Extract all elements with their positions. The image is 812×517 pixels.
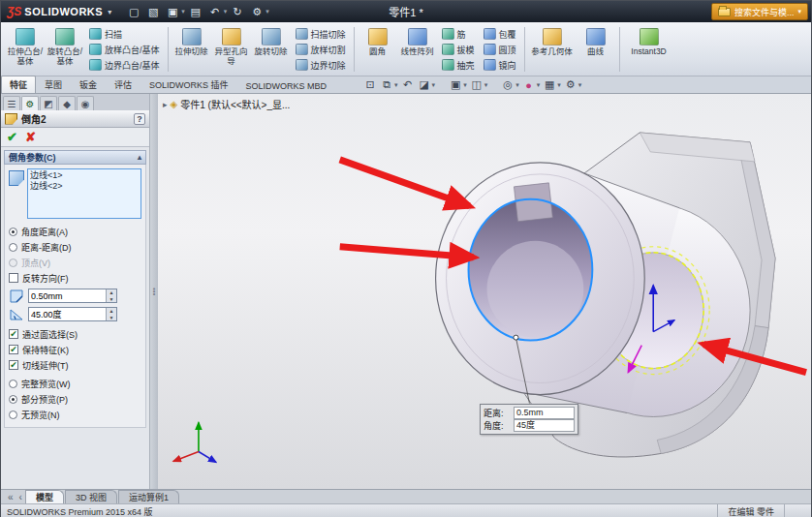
dimxpert-manager-tab-icon[interactable]: ◆ [58,96,76,110]
part-front-face[interactable] [436,163,645,395]
tab-3d-views[interactable]: 3D 视图 [65,490,117,503]
linear-pattern-button[interactable]: 线性阵列 [398,24,437,75]
select-through-faces-checkbox[interactable]: ✔ [9,329,18,339]
angle-spinner[interactable]: ▲ ▼ [106,308,116,320]
full-preview-radio-row[interactable]: 完整预览(W) [9,377,141,390]
no-preview-radio[interactable] [9,411,17,419]
callout-distance-value[interactable]: 0.5mm [514,407,575,419]
shell-button[interactable]: 抽壳 [438,58,479,73]
undo-button[interactable]: ↶ [206,4,224,20]
revolve-boss-button[interactable]: 旋转凸台/基体 [46,24,84,75]
tab-motion-study[interactable]: 运动算例1 [118,490,179,503]
tangent-propagation-checkbox[interactable]: ✔ [9,360,18,370]
distance-spinner[interactable]: ▲ ▼ [106,289,116,302]
view-orientation-dropdown-icon[interactable]: ▾ [463,81,467,89]
flip-direction-checkbox[interactable] [9,273,18,283]
keep-features-checkbox[interactable]: ✔ [9,345,18,354]
collapse-chevron-icon[interactable]: ▴ [138,153,141,162]
swept-boss-button[interactable]: 扫描 [85,27,164,42]
edge-selection-listbox[interactable]: 边线<1> 边线<2> [27,168,141,219]
new-document-button[interactable]: ▢ [125,4,142,20]
reference-geometry-button[interactable]: 参考几何体 [529,24,576,75]
open-button[interactable]: ▧ [144,4,162,20]
part-tree-label[interactable]: 零件1 (默认<<默认>_显... [180,97,290,111]
apply-scene-icon[interactable]: ▦ [542,77,557,92]
tab-nav-prev-icon[interactable]: ‹ [16,492,25,502]
tab-model[interactable]: 模型 [25,490,64,503]
distance-distance-radio[interactable] [9,243,17,252]
tab-solidworks-addins[interactable]: SOLIDWORKS 插件 [141,76,237,93]
extrude-boss-button[interactable]: 拉伸凸台/基体 [6,24,45,75]
boundary-cut-button[interactable]: 边界切除 [292,58,350,73]
previous-view-icon[interactable]: ↶ [400,77,416,92]
full-preview-radio[interactable] [9,380,17,388]
tangent-propagation-checkbox-row[interactable]: ✔ 切线延伸(T) [9,358,141,372]
angle-distance-radio-row[interactable]: 角度距离(A) [9,225,141,238]
app-logo[interactable]: ƷS SOLIDWORKS ▾ [1,5,119,18]
section-dropdown-icon[interactable]: ▾ [432,81,436,89]
tab-sheet-metal[interactable]: 钣金 [71,76,106,93]
spin-down-icon[interactable]: ▼ [107,315,116,321]
print-button[interactable]: ▤ [187,4,204,20]
help-icon[interactable]: ? [134,113,145,125]
tab-features[interactable]: 特征 [1,76,36,93]
rib-button[interactable]: 筋 [438,27,479,42]
partial-preview-radio[interactable] [9,395,17,404]
appearance-dropdown-icon[interactable]: ▾ [537,81,541,89]
panel-splitter[interactable]: ••• [150,94,158,489]
zoom-fit-icon[interactable]: ⊡ [362,77,378,92]
property-manager-tab-icon[interactable]: ⚙ [21,96,39,110]
tab-evaluate[interactable]: 评估 [106,76,141,93]
chamfer-parameters-header[interactable]: 倒角参数(C) ▴ [4,150,146,165]
flyout-feature-tree[interactable]: ▸ ◈ 零件1 (默认<<默认>_显... [163,97,290,111]
distance-input[interactable] [29,289,106,302]
revolved-cut-button[interactable]: 旋转切除 [252,24,291,75]
chamfer-callout[interactable]: 距离: 0.5mm 角度: 45度 [480,404,578,435]
ok-button[interactable]: ✔ [7,130,17,144]
view-settings-dropdown-icon[interactable]: ▾ [578,81,582,89]
tree-expand-icon[interactable]: ▸ [163,100,168,109]
angle-input[interactable] [29,308,106,320]
selected-edge-item[interactable]: 边线<2> [30,181,139,192]
feature-tree-tab-icon[interactable]: ☰ [3,96,20,110]
mirror-button[interactable]: 镜向 [480,58,520,73]
flip-direction-checkbox-row[interactable]: 反转方向(F) [9,271,141,285]
boundary-boss-button[interactable]: 边界凸台/基体 [85,58,164,73]
undo-dropdown-icon[interactable]: ▾ [224,8,228,15]
spin-down-icon[interactable]: ▼ [107,296,116,303]
scene-dropdown-icon[interactable]: ▾ [557,81,561,89]
loft-boss-button[interactable]: 放样凸台/基体 [85,43,164,57]
rebuild-button[interactable]: ↻ [229,4,246,20]
partial-preview-radio-row[interactable]: 部分预览(P) [9,392,141,406]
tab-solidworks-mbd[interactable]: SOLIDWORKS MBD [237,78,336,93]
section-view-icon[interactable]: ◪ [417,77,432,92]
display-style-dropdown-icon[interactable]: ▾ [484,81,488,89]
fillet-button[interactable]: 圆角 [359,24,397,75]
distance-distance-radio-row[interactable]: 距离-距离(D) [9,240,141,254]
hide-show-dropdown-icon[interactable]: ▾ [515,81,519,89]
hole-wizard-button[interactable]: 异型孔向导 [212,24,251,75]
zoom-dropdown-icon[interactable]: ▾ [394,81,398,89]
options-dropdown-icon[interactable]: ▾ [265,8,269,15]
no-preview-radio-row[interactable]: 无预览(N) [9,408,141,421]
display-style-icon[interactable]: ◫ [469,77,484,92]
save-dropdown-icon[interactable]: ▾ [181,8,185,15]
curves-button[interactable]: 曲线 [577,24,615,75]
save-button[interactable]: ▣ [164,4,181,20]
edit-appearance-icon[interactable]: ● [521,77,537,92]
view-orientation-icon[interactable]: ▣ [448,77,463,92]
swept-cut-button[interactable]: 扫描切除 [292,27,350,42]
wrap-button[interactable]: 包覆 [480,27,520,42]
search-dropdown-icon[interactable]: ▾ [797,8,801,15]
search-box[interactable]: 搜索文件与模... ▾ [711,3,808,20]
display-manager-tab-icon[interactable]: ◉ [77,96,94,110]
select-through-faces-checkbox-row[interactable]: ✔ 通过面选择(S) [9,327,141,341]
menu-expand-icon[interactable]: ▾ [108,8,111,16]
lofted-cut-button[interactable]: 放样切割 [292,43,350,57]
draft-button[interactable]: 拔模 [438,43,479,57]
tab-nav-first-icon[interactable]: « [5,492,16,502]
angle-distance-radio[interactable] [9,228,17,236]
selected-edge-item[interactable]: 边线<1> [30,170,139,181]
hide-show-items-icon[interactable]: ◎ [500,77,515,92]
graphics-viewport[interactable]: ▸ ◈ 零件1 (默认<<默认>_显... 距离: 0.5mm 角度: 45度 [158,94,811,489]
